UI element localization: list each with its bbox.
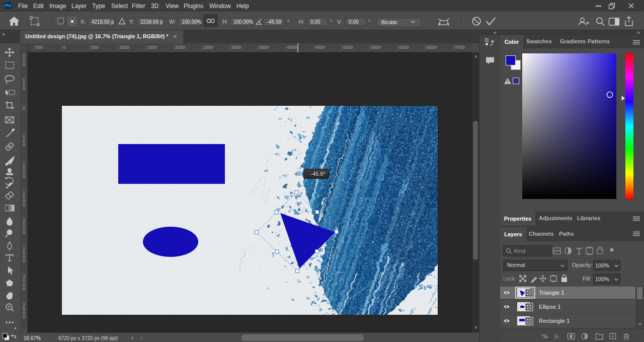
svg-text:0: 0 [23,62,25,67]
svg-text:6000: 6000 [399,45,409,50]
svg-text:6500: 6500 [427,45,437,50]
svg-text:500: 500 [35,45,43,50]
svg-text:5500: 5500 [371,45,381,50]
svg-text:4000: 4000 [287,45,297,50]
svg-text:0: 0 [23,287,25,292]
svg-text:0: 0 [23,143,25,148]
svg-text:0: 0 [23,86,25,91]
svg-text:0: 0 [23,230,25,235]
svg-text:2000: 2000 [175,45,185,50]
svg-text:3500: 3500 [259,45,269,50]
svg-text:500: 500 [91,45,99,50]
svg-text:2500: 2500 [203,45,213,50]
svg-text:5000: 5000 [343,45,353,50]
svg-text:0: 0 [23,258,25,263]
svg-text:4500: 4500 [315,45,325,50]
svg-text:0: 0 [23,106,25,111]
svg-text:0: 0 [23,314,25,319]
svg-text:1000: 1000 [119,45,129,50]
svg-text:7000: 7000 [455,45,465,50]
svg-text:fx: fx [554,333,559,340]
svg-text:0: 0 [23,174,25,179]
svg-text:0: 0 [23,202,25,208]
svg-text:0: 0 [63,45,66,50]
svg-text:3000: 3000 [231,45,241,50]
svg-text:1500: 1500 [147,45,157,50]
